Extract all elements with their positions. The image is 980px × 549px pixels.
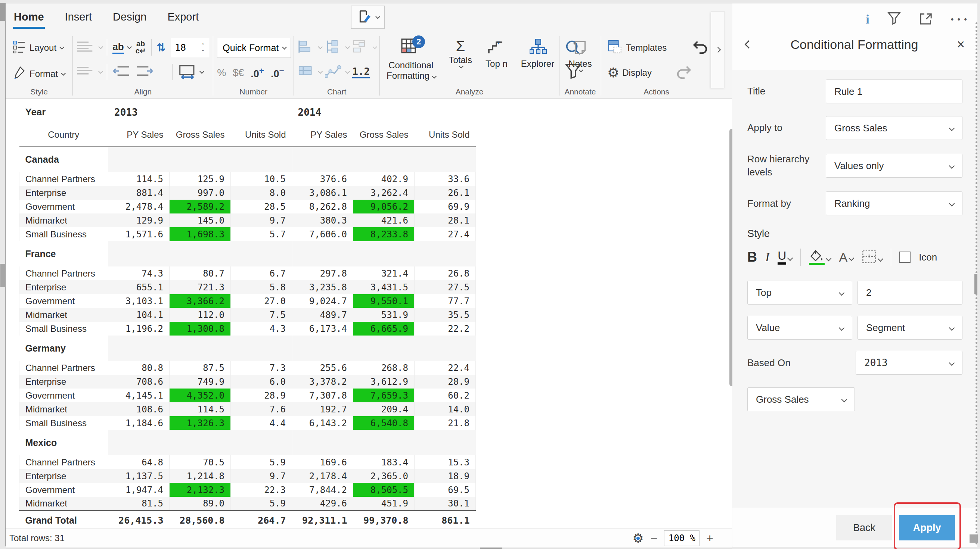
bold-button[interactable]: B [747, 249, 757, 265]
table-cell[interactable]: 5.9 [231, 455, 292, 469]
table-cell[interactable]: 33.6 [415, 172, 476, 186]
line-chart-icon[interactable] [325, 64, 341, 80]
table-cell[interactable]: 28.9 [415, 375, 476, 389]
table-row[interactable]: Government4,145.14,352.028.97,307.87,659… [19, 389, 476, 402]
table-cell[interactable]: 3,431.5 [353, 280, 415, 294]
table-cell[interactable]: 5.8 [231, 280, 292, 294]
table-cell[interactable]: Government [19, 200, 108, 214]
table-row[interactable]: Enterprise655.1721.35.83,235.83,431.527.… [19, 280, 476, 294]
table-cell[interactable]: Small Business [19, 227, 108, 241]
table-cell[interactable]: 7.6 [231, 402, 292, 416]
column-width-button[interactable] [178, 64, 203, 80]
table-cell[interactable]: 268.8 [353, 361, 415, 375]
increase-decimal-button[interactable]: .0+ [251, 66, 264, 80]
vertical-align-icon[interactable] [76, 65, 93, 79]
table-cell[interactable]: 380.3 [292, 214, 353, 227]
table-cell[interactable]: Midmarket [19, 214, 108, 227]
text-direction-button[interactable]: ab [112, 41, 130, 54]
ribbon-expand-button[interactable] [711, 11, 725, 88]
format-by-dropdown[interactable]: Ranking [826, 192, 963, 215]
table-chart-icon[interactable] [298, 64, 314, 80]
table-cell[interactable]: 3,612.9 [353, 375, 415, 389]
table-cell[interactable]: 28.1 [415, 214, 476, 227]
stacked-chart-icon[interactable] [352, 39, 369, 56]
table-row[interactable]: Enterprise1,137.51,214.89.72,178.42,365.… [19, 469, 476, 483]
table-row[interactable]: Government1,947.42,132.322.37,844.28,505… [19, 483, 476, 497]
table-cell[interactable]: 14.0 [415, 402, 476, 416]
table-cell[interactable]: 4.4 [231, 416, 292, 430]
table-cell[interactable]: 2,178.4 [292, 469, 353, 483]
wrap-text-button[interactable]: ab c↵ [135, 40, 146, 54]
table-cell[interactable]: 60.2 [415, 389, 476, 402]
table-row[interactable]: Channel Partners80.887.57.3255.6268.822.… [19, 361, 476, 375]
apply-button[interactable]: Apply [899, 515, 955, 540]
table-cell[interactable]: 114.5 [108, 172, 170, 186]
table-cell[interactable]: 3,262.4 [353, 186, 415, 200]
table-row[interactable]: Small Business1,184.61,326.34.46,143.26,… [19, 416, 476, 430]
table-cell[interactable]: 114.5 [170, 402, 231, 416]
table-cell[interactable]: Small Business [19, 322, 108, 335]
table-cell[interactable]: 8,505.5 [353, 483, 415, 497]
table-cell[interactable]: 87.5 [170, 361, 231, 375]
table-cell[interactable]: 421.6 [353, 214, 415, 227]
table-cell[interactable]: 1,196.2 [108, 322, 170, 335]
conditional-formatting-button[interactable]: 2 Conditional Formatting [383, 38, 438, 81]
tab-insert[interactable]: Insert [64, 9, 93, 29]
table-row[interactable]: Midmarket104.1112.07.5489.7531.935.5 [19, 308, 476, 322]
table-cell[interactable]: Small Business [19, 416, 108, 430]
redo-icon[interactable] [676, 65, 693, 81]
table-cell[interactable]: 9.7 [231, 214, 292, 227]
zoom-in-button[interactable]: + [706, 532, 713, 544]
table-grand-total-row[interactable]: Grand Total26,415.328,560.8264.792,311.1… [19, 511, 476, 530]
rank-type-dropdown[interactable]: Top [747, 281, 852, 305]
table-cell[interactable]: 18.9 [415, 469, 476, 483]
table-cell[interactable]: PY Sales [292, 123, 353, 147]
table-cell[interactable]: 1,137.5 [108, 469, 170, 483]
table-cell[interactable]: Units Sold [415, 123, 476, 147]
table-cell[interactable]: Enterprise [19, 186, 108, 200]
table-cell[interactable]: 9,550.1 [353, 294, 415, 308]
table-cell[interactable]: 104.1 [108, 308, 170, 322]
table-cell[interactable]: 69.9 [415, 200, 476, 214]
window-left-edge-handle[interactable] [0, 264, 5, 287]
table-cell[interactable]: Enterprise [19, 469, 108, 483]
table-cell[interactable]: 26.1 [415, 186, 476, 200]
font-size-stepper[interactable]: 18 ⌃⌄ [171, 38, 209, 57]
table-cell[interactable]: 881.4 [108, 186, 170, 200]
percent-format-button[interactable]: % [217, 67, 226, 79]
table-cell[interactable]: 27.5 [415, 280, 476, 294]
table-cell[interactable]: 26.8 [415, 267, 476, 280]
table-row[interactable]: Channel Partners74.380.76.7297.8321.426.… [19, 267, 476, 280]
table-cell[interactable]: 112.0 [170, 308, 231, 322]
table-cell[interactable]: Channel Partners [19, 455, 108, 469]
table-cell[interactable]: Mexico [19, 430, 108, 455]
edit-mode-button[interactable] [351, 6, 385, 29]
table-cell[interactable]: 9,056.2 [353, 200, 415, 214]
layout-button[interactable]: Layout [10, 38, 69, 58]
rank-count-input[interactable]: 2 [858, 281, 963, 305]
table-cell[interactable]: Midmarket [19, 402, 108, 416]
decrease-decimal-button[interactable]: .0− [271, 66, 284, 80]
decimal-places-button[interactable]: 1.2 [352, 66, 370, 78]
tab-design[interactable]: Design [112, 9, 147, 29]
table-cell[interactable]: Government [19, 294, 108, 308]
table-row[interactable]: Small Business1,571.61,698.35.77,606.08,… [19, 227, 476, 241]
table-row[interactable]: Enterprise708.6749.96.03,378.23,612.928.… [19, 375, 476, 389]
table-cell[interactable]: 321.4 [353, 267, 415, 280]
table-cell[interactable]: Units Sold [231, 123, 292, 147]
table-cell[interactable]: 3,378.2 [292, 375, 353, 389]
focus-mode-icon[interactable] [919, 11, 934, 27]
undo-icon[interactable] [691, 40, 708, 56]
table-cell[interactable]: 7.5 [231, 308, 292, 322]
table-cell[interactable]: 264.7 [231, 511, 292, 530]
table-cell[interactable]: 402.9 [353, 172, 415, 186]
format-button[interactable]: Format [10, 64, 69, 84]
table-cell[interactable]: 6,540.8 [353, 416, 415, 430]
table-cell[interactable]: Enterprise [19, 375, 108, 389]
table-cell[interactable]: 4,352.0 [170, 389, 231, 402]
table-cell[interactable]: 9,024.7 [292, 294, 353, 308]
text-align-icon[interactable] [76, 40, 93, 54]
table-group-row[interactable]: Canada [19, 147, 476, 172]
table-cell[interactable]: 28,560.8 [170, 511, 231, 530]
table-group-row[interactable]: Mexico [19, 430, 476, 455]
